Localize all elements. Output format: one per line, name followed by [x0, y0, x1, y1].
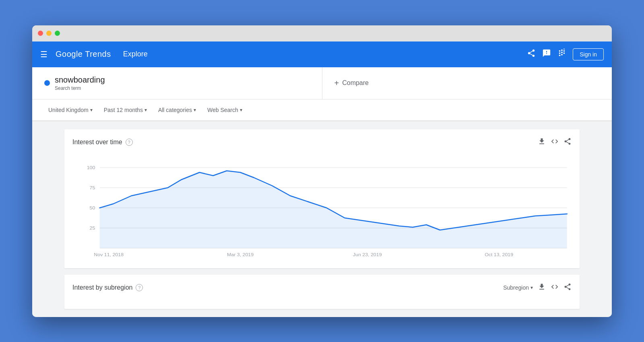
header-right: Sign in — [527, 48, 604, 60]
maximize-button[interactable] — [55, 31, 60, 36]
feedback-icon[interactable] — [542, 49, 551, 60]
subregion-dropdown-label: Subregion — [503, 284, 529, 291]
time-filter[interactable]: Past 12 months ▾ — [100, 104, 151, 116]
search-term-name: snowboarding — [55, 75, 105, 85]
download-subregion-icon[interactable] — [538, 283, 546, 293]
svg-text:Oct 13, 2019: Oct 13, 2019 — [485, 252, 513, 257]
subregion-help-icon[interactable]: ? — [136, 284, 143, 291]
subregion-dropdown[interactable]: Subregion ▾ — [503, 284, 533, 291]
share-chart-icon[interactable] — [564, 137, 572, 147]
embed-subregion-icon[interactable] — [551, 283, 559, 293]
category-chevron-icon: ▾ — [194, 107, 196, 113]
category-filter[interactable]: All categories ▾ — [154, 104, 200, 116]
region-filter[interactable]: United Kingdom ▾ — [44, 104, 97, 116]
close-button[interactable] — [38, 31, 43, 36]
interest-over-time-section: Interest over time ? — [64, 129, 580, 268]
svg-text:Nov 11, 2018: Nov 11, 2018 — [94, 252, 124, 257]
hamburger-icon[interactable]: ☰ — [40, 50, 47, 59]
apps-icon[interactable] — [557, 49, 566, 60]
region-chevron-icon: ▾ — [90, 107, 93, 113]
browser-titlebar — [32, 25, 612, 41]
trend-chart: 100 75 50 25 — [72, 155, 572, 260]
svg-text:Mar 3, 2019: Mar 3, 2019 — [227, 252, 254, 257]
app-header: ☰ Google Trends Explore Sign in — [32, 41, 612, 67]
interest-by-subregion-section: Interest by subregion ? Subregion ▾ — [64, 275, 580, 309]
subregion-header: Interest by subregion ? Subregion ▾ — [72, 283, 572, 293]
browser-window: ☰ Google Trends Explore Sign in snowboar… — [32, 25, 612, 317]
svg-text:75: 75 — [90, 185, 95, 190]
download-chart-icon[interactable] — [538, 137, 546, 147]
chart-title: Interest over time — [72, 139, 122, 146]
search-term-text: snowboarding Search term — [55, 75, 105, 91]
page-title: Explore — [123, 50, 148, 58]
time-chevron-icon: ▾ — [144, 107, 147, 113]
chart-container: 100 75 50 25 — [72, 155, 572, 260]
subregion-chevron-icon: ▾ — [530, 285, 533, 290]
search-term-type: Search term — [55, 85, 105, 91]
search-type-chevron-icon: ▾ — [240, 107, 242, 113]
svg-text:50: 50 — [90, 205, 95, 210]
sign-in-button[interactable]: Sign in — [573, 48, 604, 60]
main-content: Interest over time ? — [32, 121, 612, 317]
search-type-label: Web Search — [207, 107, 238, 113]
compare-box[interactable]: + Compare — [322, 67, 612, 99]
time-label: Past 12 months — [104, 107, 143, 113]
subregion-title: Interest by subregion — [72, 284, 132, 291]
share-icon[interactable] — [527, 49, 536, 60]
search-term-box[interactable]: snowboarding Search term — [32, 67, 322, 99]
term-color-indicator — [44, 80, 50, 86]
svg-text:25: 25 — [90, 225, 95, 230]
share-subregion-icon[interactable] — [564, 283, 572, 293]
minimize-button[interactable] — [46, 31, 52, 36]
subregion-title-row: Interest by subregion ? — [72, 284, 143, 291]
chart-help-icon[interactable]: ? — [126, 139, 133, 146]
region-label: United Kingdom — [48, 107, 89, 113]
app-logo: Google Trends — [56, 50, 111, 59]
search-area: snowboarding Search term + Compare — [32, 67, 612, 99]
svg-text:100: 100 — [87, 165, 95, 170]
subregion-actions: Subregion ▾ — [503, 283, 572, 293]
svg-text:Jun 23, 2019: Jun 23, 2019 — [353, 252, 382, 257]
chart-title-row: Interest over time ? — [72, 139, 133, 146]
search-type-filter[interactable]: Web Search ▾ — [203, 104, 246, 116]
chart-header: Interest over time ? — [72, 137, 572, 147]
embed-chart-icon[interactable] — [551, 137, 559, 147]
plus-icon: + — [334, 79, 339, 88]
header-left: ☰ Google Trends Explore — [40, 50, 148, 59]
filter-bar: United Kingdom ▾ Past 12 months ▾ All ca… — [32, 99, 612, 121]
compare-label: Compare — [342, 79, 369, 87]
chart-actions — [538, 137, 572, 147]
category-label: All categories — [158, 107, 192, 113]
